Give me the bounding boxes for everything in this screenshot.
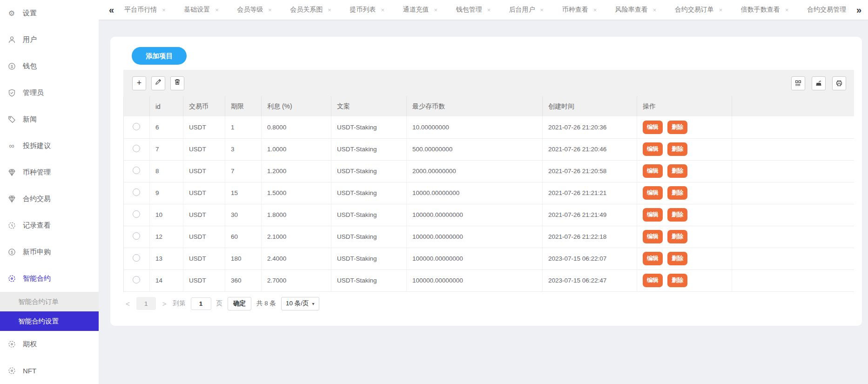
sidebar-item-coin-management[interactable]: 币种管理	[0, 159, 99, 186]
print-icon[interactable]	[832, 76, 846, 90]
sidebar-item-wallet[interactable]: $ 钱包	[0, 53, 99, 80]
delete-row-button[interactable]	[170, 76, 184, 90]
prev-page-icon[interactable]: <	[124, 300, 131, 308]
tab-contract-trade-orders[interactable]: 合约交易订单 ×	[675, 6, 723, 14]
close-icon[interactable]: ×	[487, 7, 491, 13]
header-period: 期限	[225, 96, 262, 116]
export-icon[interactable]	[812, 76, 826, 90]
page-number-button[interactable]: 1	[136, 297, 156, 310]
edit-button[interactable]: 编辑	[643, 164, 663, 178]
overflow-tabs-icon[interactable]: »	[856, 5, 861, 14]
sidebar-item-records[interactable]: 记录查看	[0, 212, 99, 239]
add-row-button[interactable]: +	[132, 76, 146, 90]
delete-button[interactable]: 删除	[667, 230, 687, 243]
row-select-radio[interactable]	[133, 232, 140, 240]
cell-id: 9	[150, 182, 183, 204]
sidebar-item-new-coin-subscribe[interactable]: $ 新币申购	[0, 239, 99, 265]
close-icon[interactable]: ×	[785, 7, 789, 13]
tab-basic-settings[interactable]: 基础设置 ×	[184, 6, 219, 14]
edit-button[interactable]: 编辑	[643, 208, 663, 222]
tab-coin-view[interactable]: 币种查看 ×	[562, 6, 597, 14]
collapse-tabs-icon[interactable]: «	[109, 5, 114, 14]
next-page-icon[interactable]: >	[161, 300, 168, 308]
close-icon[interactable]: ×	[593, 7, 597, 13]
row-select-radio[interactable]	[133, 167, 140, 174]
columns-icon[interactable]	[791, 76, 805, 90]
pagination: < 1 > 到第 页 确定 共 8 条 10 条/页 ▾	[123, 297, 854, 310]
sidebar-item-smart-contract[interactable]: 智能合约	[0, 265, 99, 292]
close-icon[interactable]: ×	[381, 7, 384, 13]
row-select-radio[interactable]	[133, 189, 140, 196]
tab-risk-rate-view[interactable]: 风险率查看 ×	[615, 6, 657, 14]
delete-button[interactable]: 删除	[667, 164, 687, 178]
table-row: 10 USDT 30 1.8000 USDT-Staking 100000.00…	[124, 204, 855, 226]
row-select-radio[interactable]	[133, 123, 140, 130]
cell-interest: 2.1000	[262, 226, 331, 248]
close-icon[interactable]: ×	[162, 7, 166, 13]
page-size-select[interactable]: 10 条/页 ▾	[281, 297, 319, 310]
close-icon[interactable]: ×	[215, 7, 219, 13]
goto-page-label: 到第	[173, 299, 186, 308]
cell-filler	[732, 182, 855, 204]
tab-member-level[interactable]: 会员等级 ×	[237, 6, 272, 14]
cell-filler	[732, 204, 855, 226]
edit-button[interactable]: 编辑	[643, 142, 663, 156]
sidebar-item-nft[interactable]: NFT	[0, 357, 99, 384]
tab-member-relations[interactable]: 会员关系图 ×	[290, 6, 331, 14]
close-icon[interactable]: ×	[653, 7, 657, 13]
sidebar-item-contract-trade[interactable]: 合约交易	[0, 186, 99, 212]
close-icon[interactable]: ×	[719, 7, 723, 13]
tab-wallet-management[interactable]: 钱包管理 ×	[456, 6, 491, 14]
edit-button[interactable]: 编辑	[643, 230, 663, 243]
cell-actions: 编辑删除	[637, 160, 732, 182]
edit-row-button[interactable]	[151, 76, 165, 90]
close-icon[interactable]: ×	[328, 7, 331, 13]
row-select-radio[interactable]	[133, 210, 140, 218]
delete-button[interactable]: 删除	[667, 208, 687, 222]
sidebar-subitem-smart-contract-orders[interactable]: 智能合约订单	[0, 292, 99, 311]
close-icon[interactable]: ×	[434, 7, 437, 13]
main-content: 添加项目 +	[99, 20, 868, 384]
confirm-button[interactable]: 确定	[228, 297, 251, 310]
tab-withdrawal-list[interactable]: 提币列表 ×	[350, 6, 384, 14]
row-select-radio[interactable]	[133, 145, 140, 152]
tab-admin-users[interactable]: 后台用户 ×	[509, 6, 544, 14]
delete-button[interactable]: 删除	[667, 252, 687, 265]
add-item-button[interactable]: 添加项目	[132, 47, 187, 65]
close-icon[interactable]: ×	[540, 7, 544, 13]
tab-label: 通道充值	[403, 6, 429, 14]
sidebar-item-suggestions[interactable]: ∞ 投拆建议	[0, 133, 99, 159]
sidebar-item-news[interactable]: 新闻	[0, 106, 99, 133]
edit-button[interactable]: 编辑	[643, 274, 663, 287]
delete-button[interactable]: 删除	[667, 121, 687, 134]
tab-contract-trade-management[interactable]: 合约交易管理	[807, 6, 846, 14]
sidebar-item-options[interactable]: 期权	[0, 331, 99, 357]
sidebar-item-users[interactable]: 用户	[0, 27, 99, 53]
tab-multiplier-lots-view[interactable]: 倍数手数查看 ×	[741, 6, 789, 14]
tab-platform-coin-market[interactable]: 平台币行情 ×	[124, 6, 166, 14]
close-icon[interactable]: ×	[268, 7, 272, 13]
row-select-radio[interactable]	[133, 254, 140, 262]
cell-filler	[732, 160, 855, 182]
cell-id: 6	[150, 116, 183, 138]
delete-button[interactable]: 删除	[667, 186, 687, 200]
tab-label: 会员关系图	[290, 6, 323, 14]
edit-button[interactable]: 编辑	[643, 121, 663, 134]
content-card: 添加项目 +	[110, 37, 862, 326]
tab-label: 合约交易管理	[807, 6, 846, 14]
cell-coin: USDT	[183, 160, 225, 182]
delete-button[interactable]: 删除	[667, 142, 687, 156]
header-actions: 操作	[637, 96, 732, 116]
table-header-row: id 交易币 期限 利息 (%) 文案 最少存币数 创建时间 操作	[124, 96, 855, 116]
sidebar-item-settings[interactable]: ⚙ 设置	[0, 0, 99, 27]
row-select-radio[interactable]	[133, 276, 140, 283]
tab-channel-recharge[interactable]: 通道充值 ×	[403, 6, 437, 14]
sidebar-item-admin[interactable]: 管理员	[0, 80, 99, 106]
edit-button[interactable]: 编辑	[643, 186, 663, 200]
edit-button[interactable]: 编辑	[643, 252, 663, 265]
dollar-circle-icon: $	[7, 62, 16, 71]
sidebar-subitem-smart-contract-settings[interactable]: 智能合约设置	[0, 311, 99, 331]
cell-period: 360	[225, 269, 262, 291]
goto-page-input[interactable]	[191, 297, 211, 310]
delete-button[interactable]: 删除	[667, 274, 687, 287]
